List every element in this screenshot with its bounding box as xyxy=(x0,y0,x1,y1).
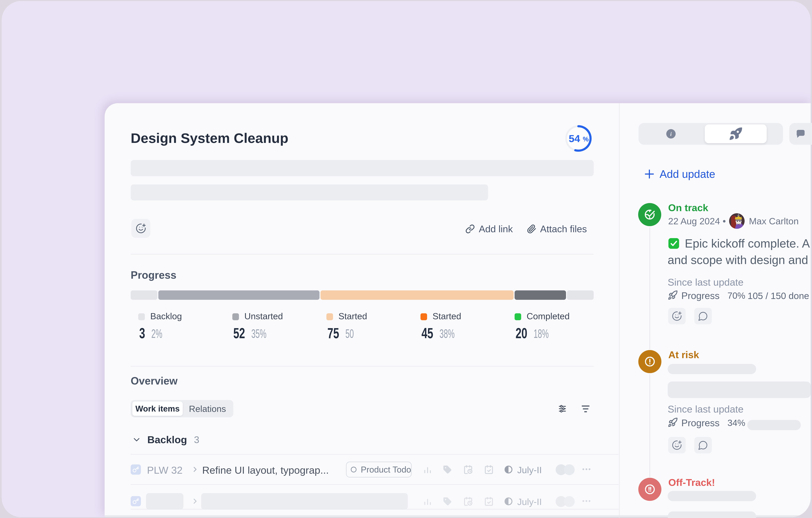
svg-text:i: i xyxy=(670,131,672,137)
svg-text:%: % xyxy=(583,136,589,143)
svg-text:54: 54 xyxy=(569,133,580,144)
